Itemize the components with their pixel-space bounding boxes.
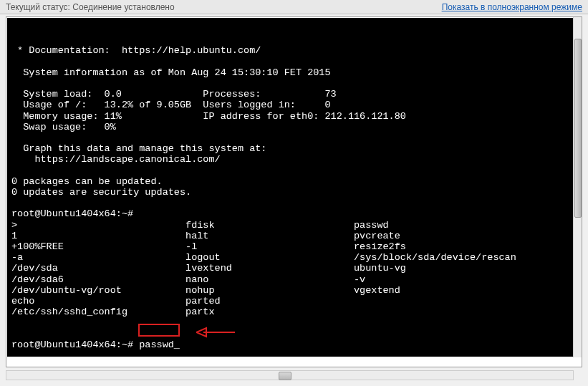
prompt: root@Ubuntu1404x64:~# (11, 339, 139, 350)
horizontal-scrollbar-thumb[interactable] (279, 372, 291, 380)
terminal-line: /dev/sda6 nano -v (11, 274, 570, 285)
terminal-line: /dev/ubuntu-vg/root nohup vgextend (11, 285, 570, 296)
terminal-line (11, 78, 570, 89)
svg-marker-1 (196, 328, 206, 337)
arrow-left-icon (196, 326, 236, 339)
horizontal-scrollbar[interactable] (6, 370, 574, 380)
status-label: Текущий статус: (6, 2, 70, 12)
connection-status: Текущий статус: Соединение установлено (6, 2, 175, 12)
terminal-prompt-line: root@Ubuntu1404x64:~# passwd_ (11, 339, 570, 350)
terminal-line (11, 198, 570, 208)
terminal-line (11, 57, 570, 67)
terminal-line (11, 165, 570, 176)
fullscreen-link[interactable]: Показать в полноэкранном режиме (442, 2, 582, 12)
header-bar: Текущий статус: Соединение установлено П… (0, 0, 588, 14)
terminal-line: > fdisk passwd (11, 220, 570, 231)
terminal-output: * Documentation: https://help.ubuntu.com… (11, 45, 570, 317)
terminal-line: System information as of Mon Aug 24 15:3… (11, 67, 570, 78)
cursor: _ (174, 339, 180, 350)
vertical-scrollbar-thumb[interactable] (574, 39, 582, 218)
terminal-line: Swap usage: 0% (11, 122, 570, 132)
terminal-line: root@Ubuntu1404x64:~# (11, 208, 570, 219)
terminal-container: * Documentation: https://help.ubuntu.com… (6, 16, 582, 367)
terminal-line: Memory usage: 11% IP address for eth0: 2… (11, 111, 570, 122)
terminal-line: echo parted (11, 296, 570, 307)
terminal-line: https://landscape.canonical.com/ (11, 154, 570, 165)
terminal[interactable]: * Documentation: https://help.ubuntu.com… (7, 18, 574, 357)
terminal-line: 0 packages can be updated. (11, 176, 570, 187)
vertical-scrollbar[interactable] (573, 17, 582, 357)
highlight-box (138, 324, 180, 337)
terminal-line: -a logout /sys/block/sda/device/rescan (11, 252, 570, 263)
terminal-line: Usage of /: 13.2% of 9.05GB Users logged… (11, 100, 570, 110)
typed-command: passwd (139, 339, 174, 350)
terminal-line: Graph this data and manage this system a… (11, 143, 570, 154)
terminal-line: * Documentation: https://help.ubuntu.com… (11, 45, 570, 56)
status-value: Соединение установлено (72, 2, 174, 12)
terminal-line: 1 halt pvcreate (11, 231, 570, 241)
terminal-line: +100%FREE -l resize2fs (11, 241, 570, 252)
terminal-line: /dev/sda lvextend ubuntu-vg (11, 263, 570, 274)
terminal-line: System load: 0.0 Processes: 73 (11, 89, 570, 100)
terminal-line: /etc/ssh/sshd_config partx (11, 307, 570, 317)
terminal-line: 0 updates are security updates. (11, 187, 570, 198)
terminal-line (11, 132, 570, 143)
